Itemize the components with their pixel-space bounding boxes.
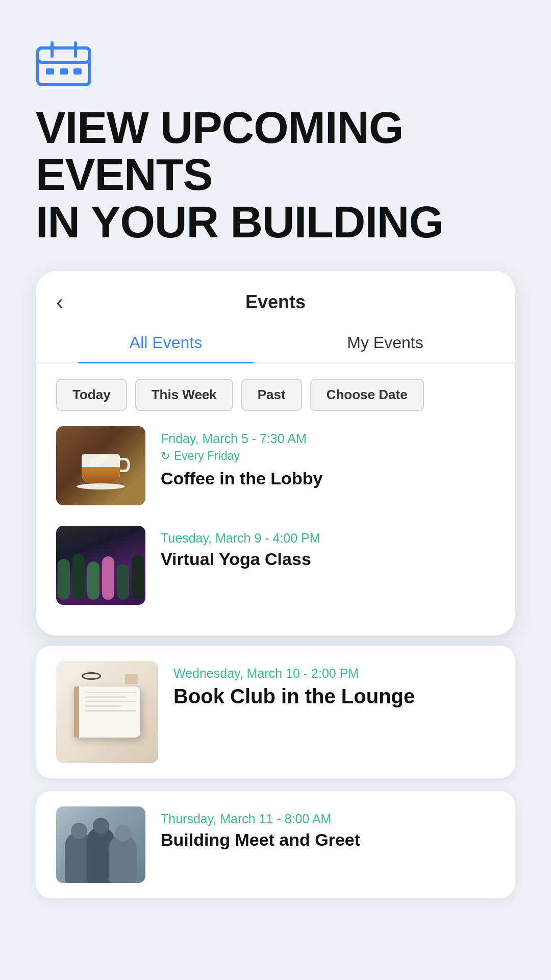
event-image-book [56, 661, 158, 763]
event-card-book[interactable]: Wednesday, March 10 - 2:00 PM Book Club … [36, 646, 515, 778]
filter-choose-date[interactable]: Choose Date [310, 379, 424, 411]
event-info-meetgreet: Thursday, March 11 - 8:00 AM Building Me… [161, 806, 495, 850]
svg-rect-6 [73, 68, 82, 75]
calendar-icon [36, 41, 92, 87]
event-image-yoga [56, 526, 145, 605]
filter-this-week[interactable]: This Week [135, 379, 233, 411]
event-info-yoga: Tuesday, March 9 - 4:00 PM Virtual Yoga … [161, 526, 495, 570]
event-item-coffee[interactable]: Friday, March 5 - 7:30 AM ↻ Every Friday… [56, 426, 495, 505]
event-title-book: Book Club in the Lounge [173, 684, 495, 708]
svg-rect-0 [38, 48, 90, 85]
app-card: ‹ Events All Events My Events Today This… [36, 271, 515, 635]
app-inner: ‹ Events All Events My Events Today This… [36, 271, 515, 635]
tab-my-events[interactable]: My Events [276, 323, 495, 362]
svg-rect-5 [60, 68, 68, 75]
tabs-row: All Events My Events [36, 323, 515, 363]
event-card-meetgreet[interactable]: Thursday, March 11 - 8:00 AM Building Me… [36, 791, 515, 898]
header-section: VIEW UPCOMING EVENTS IN YOUR BUILDING [36, 41, 515, 246]
page-wrapper: VIEW UPCOMING EVENTS IN YOUR BUILDING ‹ … [0, 0, 551, 980]
tab-all-events[interactable]: All Events [56, 323, 276, 362]
event-item-yoga[interactable]: Tuesday, March 9 - 4:00 PM Virtual Yoga … [56, 526, 495, 605]
event-image-meetgreet [56, 806, 145, 883]
calendar-icon-wrapper [36, 41, 515, 89]
event-date-coffee: Friday, March 5 - 7:30 AM [161, 431, 495, 446]
event-recurring-coffee: ↻ Every Friday [161, 449, 495, 463]
event-title-meetgreet: Building Meet and Greet [161, 829, 495, 850]
svg-rect-1 [38, 48, 90, 62]
page-title: VIEW UPCOMING EVENTS IN YOUR BUILDING [36, 104, 515, 246]
filter-today[interactable]: Today [56, 379, 127, 411]
filter-row: Today This Week Past Choose Date [36, 363, 515, 426]
event-date-meetgreet: Thursday, March 11 - 8:00 AM [161, 812, 495, 826]
filter-past[interactable]: Past [241, 379, 302, 411]
event-date-book: Wednesday, March 10 - 2:00 PM [173, 666, 495, 681]
events-list: Friday, March 5 - 7:30 AM ↻ Every Friday… [36, 426, 515, 635]
event-title-yoga: Virtual Yoga Class [161, 549, 495, 570]
app-topbar: ‹ Events [36, 271, 515, 323]
event-info-book: Wednesday, March 10 - 2:00 PM Book Club … [173, 661, 495, 708]
event-title-coffee: Coffee in the Lobby [161, 468, 495, 489]
screen-title: Events [245, 291, 306, 313]
event-image-coffee [56, 426, 145, 505]
recurring-icon: ↻ [161, 450, 170, 463]
event-info-coffee: Friday, March 5 - 7:30 AM ↻ Every Friday… [161, 426, 495, 489]
svg-rect-4 [46, 68, 54, 75]
event-date-yoga: Tuesday, March 9 - 4:00 PM [161, 531, 495, 546]
back-button[interactable]: ‹ [56, 290, 63, 314]
